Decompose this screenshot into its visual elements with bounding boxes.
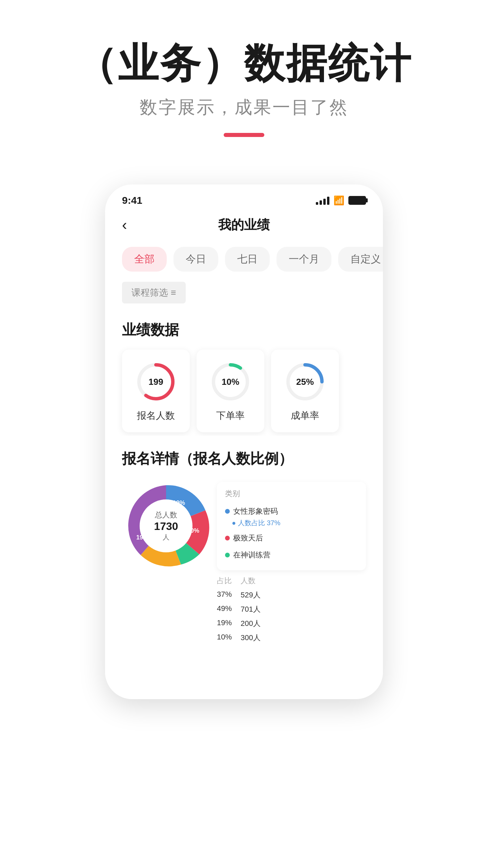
legend-area: 类别 女性形象密码 ● 人数占比 37% 极致天后 xyxy=(217,482,366,645)
wifi-icon: 📶 xyxy=(333,195,344,206)
donut-conversion-rate: 25% xyxy=(283,360,327,404)
filter-tab-today[interactable]: 今日 xyxy=(174,247,218,272)
svg-text:19%: 19% xyxy=(173,499,185,506)
svg-text:10%: 10% xyxy=(187,527,199,534)
pie-center-label: 总人数 xyxy=(154,510,178,520)
legend-item-3: 在神训练营 xyxy=(224,547,359,564)
course-filter-row: 课程筛选 ≡ xyxy=(105,275,383,310)
title-divider xyxy=(224,133,264,137)
filter-tab-7days[interactable]: 七日 xyxy=(225,247,270,272)
conversion-rate-label: 成单率 xyxy=(291,409,319,422)
status-time: 9:41 xyxy=(122,195,142,206)
stats-row-1: 37% 529人 xyxy=(217,588,366,602)
legend-dot-3 xyxy=(225,553,230,557)
back-button[interactable]: ‹ xyxy=(122,216,127,233)
status-icons: 📶 xyxy=(316,195,366,206)
pie-center-value: 1730 xyxy=(154,520,178,533)
registrations-label: 报名人数 xyxy=(137,409,175,422)
page-title: （业务）数据统计 xyxy=(27,41,461,85)
legend-panel: 类别 女性形象密码 ● 人数占比 37% 极致天后 xyxy=(217,482,366,570)
bottom-fade xyxy=(105,652,383,679)
conversion-rate-value: 25% xyxy=(296,377,314,387)
stats-row-4: 10% 300人 xyxy=(217,631,366,645)
order-rate-label: 下单率 xyxy=(216,409,245,422)
phone-frame: 9:41 📶 ‹ 我的业绩 全部 今日 七日 一个月 自定义 xyxy=(105,184,383,699)
svg-text:19%: 19% xyxy=(136,534,148,541)
stat-card-registrations: 199 报名人数 xyxy=(122,350,190,432)
donut-registrations: 199 xyxy=(134,360,178,404)
stats-table: 占比 人数 37% 529人 49% 701人 19% 200人 xyxy=(217,574,366,645)
nav-title: 我的业绩 xyxy=(218,216,270,234)
phone-mockup: 9:41 📶 ‹ 我的业绩 全部 今日 七日 一个月 自定义 xyxy=(105,184,383,699)
nav-bar: ‹ 我的业绩 xyxy=(105,210,383,243)
legend-item-1: 女性形象密码 xyxy=(224,503,359,520)
legend-name-1: 女性形象密码 xyxy=(233,506,358,516)
legend-name-3: 在神训练营 xyxy=(233,550,358,560)
filter-tab-month[interactable]: 一个月 xyxy=(277,247,331,272)
stats-table-header: 占比 人数 xyxy=(217,574,366,588)
pie-chart: 19% 10% 19% 总人数 1730 人 xyxy=(122,482,210,570)
page-header: （业务）数据统计 数字展示，成果一目了然 xyxy=(0,0,488,157)
stats-cards: 199 报名人数 10% 下单率 xyxy=(105,346,383,436)
filter-tab-custom[interactable]: 自定义 xyxy=(338,247,383,272)
legend-dot-2 xyxy=(225,536,230,540)
course-filter-label: 课程筛选 xyxy=(131,287,168,299)
legend-col-category: 类别 xyxy=(225,489,240,499)
stats-row-3: 19% 200人 xyxy=(217,616,366,631)
legend-item-2: 极致天后 xyxy=(224,530,359,547)
stats-section-title: 业绩数据 xyxy=(105,310,383,346)
signal-icon xyxy=(316,196,329,205)
page-subtitle: 数字展示，成果一目了然 xyxy=(27,96,461,119)
donut-order-rate: 10% xyxy=(208,360,252,404)
battery-icon xyxy=(348,196,366,205)
order-rate-value: 10% xyxy=(222,377,239,387)
filter-tab-all[interactable]: 全部 xyxy=(122,247,167,272)
filter-tabs: 全部 今日 七日 一个月 自定义 xyxy=(105,243,383,275)
reg-section-title: 报名详情（报名人数比例） xyxy=(105,436,383,475)
stats-row-2: 49% 701人 xyxy=(217,602,366,616)
pie-center-unit: 人 xyxy=(163,533,169,541)
pie-center: 总人数 1730 人 xyxy=(154,510,178,542)
registrations-value: 199 xyxy=(148,377,163,387)
legend-name-2: 极致天后 xyxy=(233,533,358,543)
course-filter-button[interactable]: 课程筛选 ≡ xyxy=(122,282,186,303)
stat-card-conversion-rate: 25% 成单率 xyxy=(271,350,339,432)
legend-dot-1 xyxy=(225,509,230,514)
legend-header: 类别 xyxy=(224,489,359,499)
status-bar: 9:41 📶 xyxy=(105,184,383,210)
stat-card-order-rate: 10% 下单率 xyxy=(197,350,264,432)
pie-area: 19% 10% 19% 总人数 1730 人 类别 xyxy=(105,475,383,652)
filter-icon: ≡ xyxy=(171,288,176,298)
